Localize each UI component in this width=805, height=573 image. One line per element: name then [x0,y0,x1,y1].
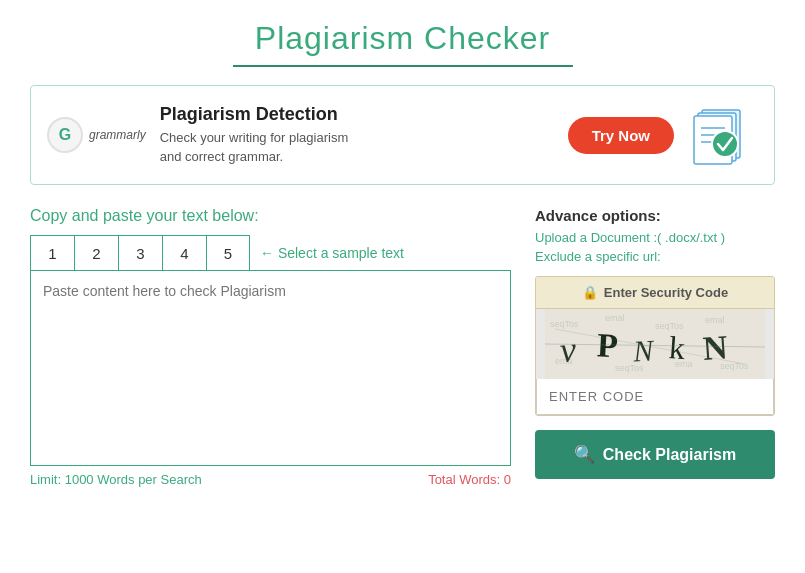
word-count-row: Limit: 1000 Words per Search Total Words… [30,472,511,487]
captcha-svg: seqTos emal seqTos emal ema seqTos ema s… [545,309,765,379]
word-limit-label: Limit: 1000 Words per Search [30,472,202,487]
check-btn-label: Check Plagiarism [603,446,736,464]
ad-title: Plagiarism Detection [160,104,554,125]
try-now-button[interactable]: Try Now [568,117,674,154]
grammarly-name: grammarly [89,128,146,142]
textarea-wrapper [30,270,511,466]
right-panel: Advance options: Upload a Document :( .d… [535,207,775,479]
total-words-label: Total Words: 0 [428,472,511,487]
search-icon: 🔍 [574,444,595,465]
exclude-url-label: Exclude a specific url: [535,249,775,264]
sample-btn-4[interactable]: 4 [162,235,206,271]
title-underline [233,65,573,67]
ad-document-icon [688,100,758,170]
main-section: Copy and paste your text below: 1 2 3 4 … [30,207,775,487]
sample-btn-5[interactable]: 5 [206,235,250,271]
svg-text:N: N [631,333,656,367]
svg-text:emal: emal [605,313,625,323]
grammarly-icon: G [47,117,83,153]
sample-row: 1 2 3 4 5 ← Select a sample text [30,235,511,271]
svg-text:N: N [702,328,730,367]
page-title: Plagiarism Checker [30,20,775,57]
select-sample-text-link[interactable]: ← Select a sample text [260,245,404,261]
security-code-box: 🔒 Enter Security Code seqTos emal seqTos… [535,276,775,416]
security-header: 🔒 Enter Security Code [536,277,774,309]
captcha-image: seqTos emal seqTos emal ema seqTos ema s… [536,309,774,379]
upload-document-link[interactable]: Upload a Document :( .docx/.txt ) [535,230,775,245]
ad-banner: G grammarly Plagiarism Detection Check y… [30,85,775,185]
advance-options-label: Advance options: [535,207,775,224]
ad-desc: Check your writing for plagiarism and co… [160,129,554,165]
svg-point-6 [712,131,738,157]
sample-btn-2[interactable]: 2 [74,235,118,271]
svg-text:k: k [668,329,686,366]
lock-icon: 🔒 [582,285,598,300]
ad-content: Plagiarism Detection Check your writing … [160,104,554,165]
grammarly-logo: G grammarly [47,117,146,153]
check-plagiarism-button[interactable]: 🔍 Check Plagiarism [535,430,775,479]
security-code-input[interactable] [536,379,774,415]
copy-paste-label: Copy and paste your text below: [30,207,511,225]
sample-btn-3[interactable]: 3 [118,235,162,271]
svg-text:emal: emal [705,315,725,325]
sample-btn-1[interactable]: 1 [30,235,74,271]
left-panel: Copy and paste your text below: 1 2 3 4 … [30,207,511,487]
svg-text:seqTos: seqTos [550,319,579,329]
paste-textarea[interactable] [31,271,510,461]
